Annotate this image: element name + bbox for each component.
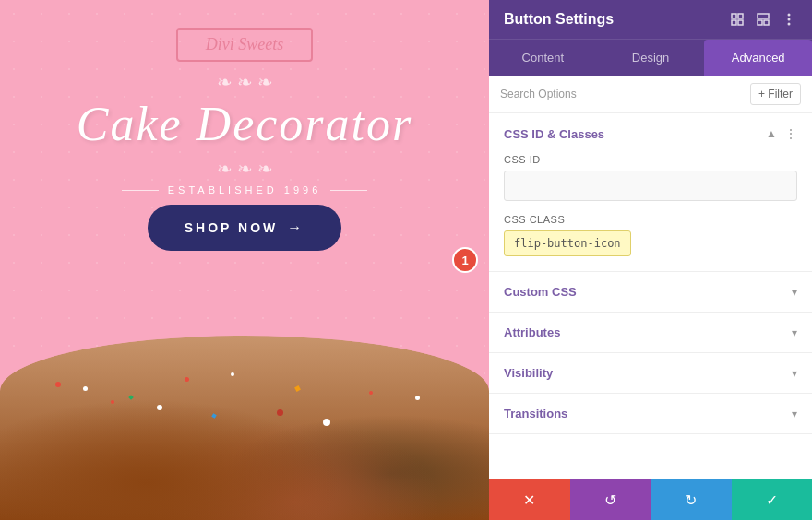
attributes-section: Attributes ▾ — [489, 313, 812, 353]
transitions-section: Transitions ▾ — [489, 394, 812, 434]
css-id-classes-header[interactable]: CSS ID & Classes ▲ ⋮ — [489, 113, 812, 154]
settings-header: Button Settings — [489, 0, 812, 39]
chevron-down-icon-3: ▾ — [792, 367, 797, 380]
arrow-icon: → — [287, 219, 304, 236]
undo-button[interactable]: ↺ — [570, 479, 651, 520]
svg-rect-1 — [738, 14, 743, 18]
visibility-header[interactable]: Visibility ▾ — [489, 353, 812, 393]
filter-button[interactable]: + Filter — [750, 83, 801, 105]
search-row: Search Options + Filter — [489, 76, 812, 113]
css-id-classes-content: CSS ID CSS Class flip-button-icon — [489, 154, 812, 271]
css-id-label: CSS ID — [504, 154, 797, 165]
layout-icon[interactable] — [755, 11, 771, 28]
swirl-bottom: ❧ ❧ ❧ — [217, 158, 273, 180]
page-title: Cake Decorator — [77, 98, 412, 150]
redo-button[interactable]: ↻ — [651, 479, 732, 520]
swirl-top: ❧ ❧ ❧ — [217, 71, 273, 93]
svg-point-9 — [788, 23, 791, 26]
transitions-title: Transitions — [504, 407, 567, 420]
more-options-icon[interactable] — [781, 11, 797, 28]
search-options-text: Search Options — [500, 88, 743, 100]
brand-name: Divi Sweets — [206, 35, 283, 53]
cake-visual — [0, 336, 489, 520]
tab-design[interactable]: Design — [597, 40, 705, 76]
established-text: ESTABLISHED 1996 — [122, 184, 368, 195]
settings-panel: Button Settings — [489, 0, 812, 520]
visibility-section: Visibility ▾ — [489, 353, 812, 394]
svg-rect-2 — [732, 20, 736, 25]
custom-css-title: Custom CSS — [504, 285, 577, 299]
attributes-header[interactable]: Attributes ▾ — [489, 313, 812, 352]
shop-now-button[interactable]: SHOP NOW → — [148, 205, 342, 251]
preview-content: Divi Sweets ❧ ❧ ❧ Cake Decorator ❧ ❧ ❧ E… — [0, 0, 489, 387]
tab-content[interactable]: Content — [489, 40, 597, 76]
svg-rect-5 — [758, 20, 762, 25]
css-id-input[interactable] — [504, 171, 797, 201]
svg-point-8 — [788, 18, 791, 21]
bottom-toolbar: ✕ ↺ ↻ ✓ — [489, 479, 812, 520]
preview-panel: Divi Sweets ❧ ❧ ❧ Cake Decorator ❧ ❧ ❧ E… — [0, 0, 489, 520]
css-id-classes-title: CSS ID & Classes — [504, 127, 604, 141]
cake-image — [0, 336, 489, 520]
chevron-up-icon: ▲ — [766, 127, 777, 140]
custom-css-section: Custom CSS ▾ — [489, 272, 812, 313]
tab-advanced[interactable]: Advanced — [704, 40, 812, 76]
confirm-button[interactable]: ✓ — [732, 479, 813, 520]
sprinkles — [0, 354, 489, 520]
transitions-header[interactable]: Transitions ▾ — [489, 394, 812, 433]
section-dots-icon: ⋮ — [784, 126, 797, 141]
chevron-down-icon-2: ▾ — [792, 326, 797, 339]
chevron-down-icon-1: ▾ — [792, 286, 797, 299]
fullscreen-icon[interactable] — [729, 11, 746, 28]
css-id-classes-section: CSS ID & Classes ▲ ⋮ CSS ID CSS Class fl… — [489, 113, 812, 272]
settings-title: Button Settings — [504, 11, 614, 28]
visibility-title: Visibility — [504, 366, 553, 380]
custom-css-header[interactable]: Custom CSS ▾ — [489, 272, 812, 312]
brand-box: Divi Sweets — [176, 28, 313, 62]
settings-body: CSS ID & Classes ▲ ⋮ CSS ID CSS Class fl… — [489, 113, 812, 520]
attributes-title: Attributes — [504, 325, 560, 339]
svg-rect-4 — [758, 14, 769, 18]
header-icons — [729, 11, 797, 28]
tabs-row: Content Design Advanced — [489, 39, 812, 76]
svg-point-7 — [788, 14, 791, 17]
section-header-icons: ▲ ⋮ — [766, 126, 797, 141]
cancel-button[interactable]: ✕ — [489, 479, 570, 520]
svg-rect-6 — [764, 20, 769, 25]
svg-rect-3 — [738, 20, 743, 25]
css-class-value[interactable]: flip-button-icon — [504, 230, 631, 256]
chevron-down-icon-4: ▾ — [792, 408, 797, 420]
svg-rect-0 — [732, 14, 736, 18]
css-class-label: CSS Class — [504, 214, 797, 225]
annotation-badge-1: 1 — [452, 247, 478, 273]
